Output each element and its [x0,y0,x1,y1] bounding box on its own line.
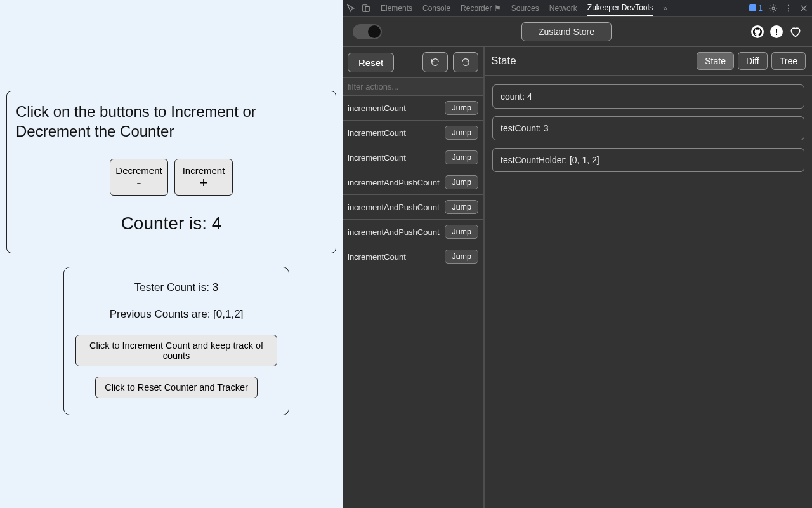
jump-button[interactable]: Jump [445,101,478,115]
devtools-pane: Elements Console Recorder ⚑ Sources Netw… [343,0,812,508]
kebab-menu-icon[interactable] [784,4,793,13]
action-name: incrementCount [348,153,406,163]
jump-button[interactable]: Jump [445,175,478,189]
issues-count: 1 [758,4,763,13]
jump-button[interactable]: Jump [445,250,478,264]
toggle-knob [368,25,381,38]
jump-button[interactable]: Jump [445,225,478,239]
view-tab-state[interactable]: State [697,52,734,70]
tab-network[interactable]: Network [549,1,577,15]
store-select-button[interactable]: Zustand Store [521,22,612,41]
tab-console[interactable]: Console [422,1,450,15]
actions-header: Reset [343,47,483,78]
counter-value: Counter is: 4 [16,213,327,234]
tester-count-line: Tester Count is: 3 [75,281,277,294]
step-back-button[interactable] [422,52,448,72]
device-toolbar-icon[interactable] [362,4,370,13]
track-count-button[interactable]: Click to Increment Count and keep track … [75,335,277,366]
filter-actions-input[interactable] [343,78,483,96]
svg-point-3 [788,4,789,6]
devtools-tabs: Elements Console Recorder ⚑ Sources Netw… [381,1,743,16]
svg-point-5 [788,10,789,11]
tab-sources[interactable]: Sources [511,1,539,15]
counter-card: Click on the buttons to Increment or Dec… [6,91,336,253]
jump-button[interactable]: Jump [445,126,478,140]
counter-heading: Click on the buttons to Increment or Dec… [16,102,327,141]
action-row[interactable]: incrementAndPushCount Jump [343,220,483,244]
increment-button[interactable]: Increment + [174,159,233,196]
step-forward-button[interactable] [453,52,478,72]
inspect-icon[interactable] [346,4,355,13]
action-name: incrementAndPushCount [348,178,440,187]
state-entry[interactable]: testCountHolder: [0, 1, 2] [492,148,804,172]
counter-button-row: Decrement - Increment + [16,159,327,196]
action-name: incrementCount [348,128,406,138]
state-entry[interactable]: testCount: 3 [492,116,804,140]
action-row[interactable]: incrementCount Jump [343,244,483,269]
action-row[interactable]: incrementAndPushCount Jump [343,195,483,220]
svg-rect-1 [365,6,369,11]
tab-elements[interactable]: Elements [381,1,412,15]
settings-gear-icon[interactable] [769,4,778,13]
devtools-topbar: Elements Console Recorder ⚑ Sources Netw… [343,0,812,17]
more-tabs-icon[interactable]: » [663,1,667,15]
decrement-button[interactable]: Decrement - [110,159,168,196]
state-entries: count: 4 testCount: 3 testCountHolder: [… [485,76,812,181]
state-header: State State Diff Tree [485,47,812,76]
zukeeper-body: Reset incrementCount Jump incrementCount… [343,47,812,508]
plus-icon: + [200,176,208,190]
state-title: State [491,55,516,67]
action-row[interactable]: incrementCount Jump [343,145,483,170]
tester-card: Tester Count is: 3 Previous Counts are: … [63,267,289,415]
action-row[interactable]: incrementCount Jump [343,121,483,145]
jump-button[interactable]: Jump [445,150,478,164]
heart-icon[interactable] [789,25,802,38]
reset-actions-button[interactable]: Reset [348,53,394,72]
action-row[interactable]: incrementCount Jump [343,96,483,121]
action-name: incrementAndPushCount [348,227,440,237]
jump-button[interactable]: Jump [445,200,478,214]
action-name: incrementCount [348,252,406,262]
prev-counts-line: Previous Counts are: [0,1,2] [75,308,277,321]
reset-tracker-button[interactable]: Click to Reset Counter and Tracker [95,377,258,398]
svg-point-4 [788,7,789,8]
tab-zukeeper[interactable]: Zukeeper DevTools [587,1,653,16]
action-list: incrementCount Jump incrementCount Jump … [343,96,483,508]
action-name: incrementCount [348,104,406,113]
zukeeper-right-icons: ! [751,25,802,38]
action-name: incrementAndPushCount [348,203,440,212]
close-devtools-icon[interactable] [799,4,808,13]
svg-point-2 [772,7,775,10]
state-column: State State Diff Tree count: 4 testCount… [485,47,812,508]
info-icon[interactable]: ! [770,25,783,38]
issues-badge[interactable]: 1 [749,4,763,13]
tab-recorder[interactable]: Recorder ⚑ [461,1,501,15]
view-tab-diff[interactable]: Diff [738,52,768,70]
dark-mode-toggle[interactable] [353,24,382,39]
github-icon[interactable] [751,25,764,38]
devtools-topbar-right: 1 [749,4,808,13]
issues-icon [749,4,756,11]
state-view-tabs: State Diff Tree [697,52,806,70]
view-tab-tree[interactable]: Tree [771,52,806,70]
actions-column: Reset incrementCount Jump incrementCount… [343,47,485,508]
action-row[interactable]: incrementAndPushCount Jump [343,170,483,195]
zukeeper-toolbar: Zustand Store ! [343,17,812,47]
minus-icon: - [136,176,141,190]
state-entry[interactable]: count: 4 [492,84,804,109]
app-pane: Click on the buttons to Increment or Dec… [0,0,343,508]
